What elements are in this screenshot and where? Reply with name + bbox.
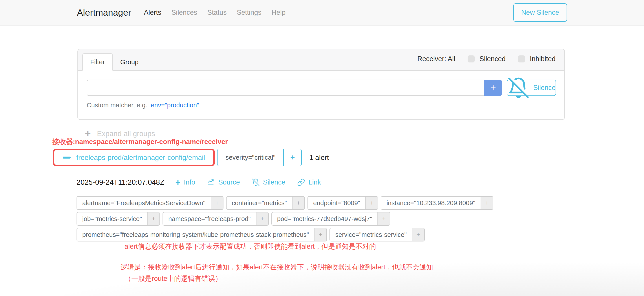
add-matcher-button[interactable]: + — [484, 80, 502, 96]
label-tag-instance: instance="10.233.98.209:8009" + — [381, 196, 493, 210]
tab-filter[interactable]: Filter — [82, 53, 113, 71]
alert-count: 1 alert — [309, 154, 329, 162]
filter-card-body: + Silence Custom matcher, e.g. env="prod… — [78, 71, 564, 120]
info-action-label: Info — [184, 178, 195, 186]
annotation-red-box: freeleaps-prod/alertmanager-config/email — [53, 149, 215, 166]
label-text: namespace="freeleaps-prod" — [163, 212, 256, 225]
expand-all-groups[interactable]: + Expand all groups — [85, 129, 155, 138]
alert-meta-row: 2025-09-24T11:20:07.048Z + Info Source S… — [76, 178, 333, 186]
label-text: container="metrics" — [226, 196, 292, 209]
receiver-group-name: freeleaps-prod/alertmanager-config/email — [76, 154, 205, 162]
nav-links: Alerts Silences Status Settings Help — [144, 8, 286, 16]
label-text: job="metrics-service" — [77, 212, 147, 225]
silence-filter-label: Silence — [533, 84, 556, 92]
label-tag-service: service="metrics-service" + — [330, 228, 424, 242]
filter-card: Filter Group Receiver: All Silenced Inhi… — [78, 49, 565, 120]
nav-item-silences[interactable]: Silences — [171, 8, 197, 16]
label-add-button[interactable]: + — [412, 228, 424, 241]
receiver-filter-label[interactable]: Receiver: All — [418, 55, 455, 63]
label-tag-namespace: namespace="freeleaps-prod" + — [162, 212, 268, 226]
info-action[interactable]: + Info — [175, 178, 195, 186]
label-add-button[interactable]: + — [314, 228, 326, 241]
label-tag-job: job="metrics-service" + — [76, 212, 160, 226]
app-brand: Alertmanager — [77, 8, 131, 18]
chart-icon — [207, 178, 215, 186]
silenced-label: Silenced — [480, 55, 506, 63]
inhibited-checkbox[interactable] — [518, 56, 525, 62]
nav-item-alerts[interactable]: Alerts — [144, 8, 161, 16]
label-tag-container: container="metrics" + — [226, 196, 305, 210]
matcher-hint: Custom matcher, e.g. env="production" — [87, 102, 556, 109]
label-text: endpoint="8009" — [308, 196, 365, 209]
annotation-logic-note-line1: 逻辑是：接收器收到alert后进行通知，如果alert不在接收器下，说明接收器没… — [120, 262, 433, 272]
tab-group[interactable]: Group — [113, 53, 146, 71]
annotation-logic-note-line2: （一般是route中的逻辑有错误） — [124, 274, 222, 283]
source-action[interactable]: Source — [207, 178, 240, 186]
label-tag-pod: pod="metrics-77d9cdb497-wdsj7" + — [272, 212, 390, 226]
label-add-button[interactable]: + — [211, 196, 223, 209]
label-add-button[interactable]: + — [256, 212, 268, 225]
label-tag-prometheus: prometheus="freeleaps-monitoring-system/… — [76, 228, 327, 242]
group-label-text: severity="critical" — [218, 149, 283, 166]
source-action-label: Source — [218, 178, 240, 186]
new-silence-button[interactable]: New Silence — [513, 3, 567, 22]
nav-item-settings[interactable]: Settings — [237, 8, 261, 16]
label-text: prometheus="freeleaps-monitoring-system/… — [77, 228, 314, 241]
label-text: instance="10.233.98.209:8009" — [381, 196, 480, 209]
label-text: alertname="FreeleapsMetricsServiceDown" — [77, 196, 211, 209]
group-label-tag: severity="critical" + — [217, 149, 302, 166]
matcher-input-group: + Silence — [87, 80, 556, 96]
silence-action-label: Silence — [263, 178, 286, 186]
bell-slash-icon — [507, 76, 530, 99]
inhibited-label: Inhibited — [530, 55, 556, 63]
matcher-hint-text: Custom matcher, e.g. — [87, 102, 147, 109]
silenced-checkbox[interactable] — [468, 56, 475, 62]
matcher-input[interactable] — [87, 80, 484, 96]
label-add-button[interactable]: + — [378, 212, 390, 225]
label-add-button[interactable]: + — [365, 196, 378, 209]
label-tag-alertname: alertname="FreeleapsMetricsServiceDown" … — [76, 196, 224, 210]
bell-slash-icon — [252, 178, 260, 186]
silence-filter-button[interactable]: Silence — [507, 80, 556, 96]
label-text: pod="metrics-77d9cdb497-wdsj7" — [272, 212, 378, 225]
nav-item-status[interactable]: Status — [208, 8, 227, 16]
filter-card-header: Filter Group Receiver: All Silenced Inhi… — [78, 49, 564, 71]
navbar: Alertmanager Alerts Silences Status Sett… — [0, 0, 644, 26]
label-add-button[interactable]: + — [292, 196, 304, 209]
inhibited-checkbox-row[interactable]: Inhibited — [518, 55, 556, 63]
receiver-group-row: freeleaps-prod/alertmanager-config/email… — [53, 149, 329, 166]
receiver-group-button[interactable]: freeleaps-prod/alertmanager-config/email — [54, 150, 213, 165]
matcher-hint-example-link[interactable]: env="production" — [151, 102, 199, 109]
group-label-add-button[interactable]: + — [283, 149, 301, 166]
link-action-label: Link — [308, 178, 321, 186]
silenced-checkbox-row[interactable]: Silenced — [468, 55, 506, 63]
label-text: service="metrics-service" — [330, 228, 412, 241]
plus-icon: + — [175, 179, 180, 186]
link-action[interactable]: Link — [297, 178, 321, 186]
label-add-button[interactable]: + — [147, 212, 160, 225]
alert-labels: alertname="FreeleapsMetricsServiceDown" … — [76, 196, 508, 242]
annotation-receiver-note: 接收器:namespace/altermanager-config-name/r… — [52, 137, 228, 146]
link-icon — [297, 178, 305, 186]
plus-icon: + — [85, 129, 91, 138]
alert-timestamp: 2025-09-24T11:20:07.048Z — [76, 178, 164, 186]
expand-all-groups-label: Expand all groups — [97, 130, 155, 138]
nav-item-help[interactable]: Help — [272, 8, 286, 16]
annotation-alert-note: alert信息必须在接收器下才表示配置成功，否则即使能看到alert，但是通知是… — [124, 242, 376, 251]
label-tag-endpoint: endpoint="8009" + — [308, 196, 378, 210]
silence-action[interactable]: Silence — [252, 178, 286, 186]
filter-options: Receiver: All Silenced Inhibited — [418, 49, 556, 70]
minus-icon — [63, 156, 70, 158]
label-add-button[interactable]: + — [480, 196, 493, 209]
